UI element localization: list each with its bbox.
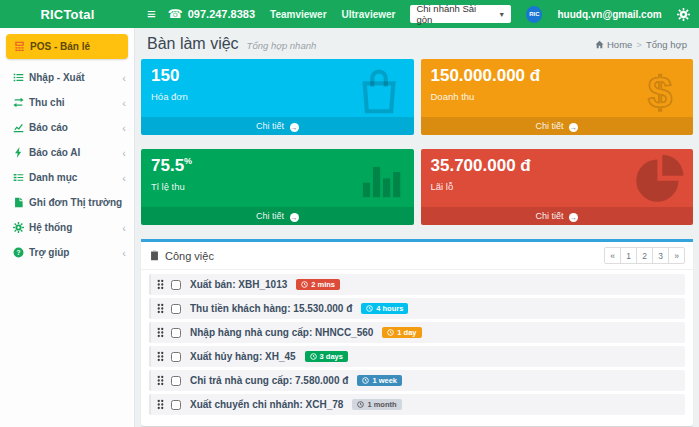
top-navbar: RICTotal ≡ ☎ 097.247.8383 Teamviewer Ult… [0, 0, 699, 28]
ultraviewer-link[interactable]: Ultraviewer [342, 9, 396, 20]
sidebar-item[interactable]: Thu chi ‹ [0, 90, 134, 115]
list-alt-icon [13, 172, 29, 183]
sidebar-item[interactable]: Báo cáo AI ‹ [0, 140, 134, 165]
tasks-panel-title: Công việc [149, 250, 214, 262]
tile-value: 150 [151, 66, 404, 86]
task-time-badge: 1 day [382, 327, 421, 339]
tile-label: Doanh thu [431, 91, 684, 102]
chevron-left-icon: ‹ [122, 74, 126, 82]
stat-tiles: 150 Hóa đơn Chi tiết → 150.000.000 đ Doa… [141, 59, 693, 225]
phone-icon: ☎ [168, 7, 183, 21]
arrow-circle-right-icon: → [290, 213, 299, 222]
sidebar-item[interactable]: Hệ thống ‹ [0, 215, 134, 240]
stat-tile: 75.5% Tỉ lệ thu Chi tiết → [141, 149, 414, 225]
stat-tile: 150 Hóa đơn Chi tiết → [141, 59, 414, 135]
task-checkbox[interactable] [171, 304, 181, 314]
task-time-badge: 4 hours [361, 303, 408, 315]
sidebar-item[interactable]: ? Trợ giúp ‹ [0, 240, 134, 265]
stat-tile: 150.000.000 đ Doanh thu $ Chi tiết → [421, 59, 694, 135]
avatar: RIC [526, 6, 542, 23]
pagination-button[interactable]: » [668, 247, 685, 264]
clock-icon [362, 377, 369, 384]
user-email[interactable]: huudq.vn@gmail.com [557, 9, 661, 20]
breadcrumb: Home > Tổng hợp [595, 39, 687, 50]
task-time-badge: 3 days [305, 351, 348, 363]
sidebar-item[interactable]: Báo cáo ‹ [0, 115, 134, 140]
task-row: Xuất hủy hàng: XH_45 3 days [149, 346, 685, 367]
chevron-left-icon: ‹ [122, 99, 126, 107]
sidebar-item-label: Báo cáo [29, 122, 68, 133]
chevron-left-icon: ‹ [122, 249, 126, 257]
task-checkbox[interactable] [171, 328, 181, 338]
chevron-down-icon: ▼ [498, 11, 505, 18]
pos-icon [14, 41, 30, 52]
task-title: Xuất bán: XBH_1013 [190, 279, 287, 290]
task-row: Xuất chuyển chi nhánh: XCH_78 1 month [149, 394, 685, 415]
stat-tile: 35.700.000 đ Lãi lỗ Chi tiết → [421, 149, 694, 225]
tile-label: Hóa đơn [151, 91, 404, 102]
task-checkbox[interactable] [171, 352, 181, 362]
tile-value: 35.700.000 đ [431, 156, 684, 176]
tile-label: Lãi lỗ [431, 181, 684, 192]
clock-icon [366, 305, 373, 312]
sidebar-item[interactable]: Ghi đơn Thị trường ‹ [0, 190, 134, 215]
task-row: Chi trả nhà cung cấp: 7.580.000 đ 1 week [149, 370, 685, 391]
clock-icon [310, 353, 317, 360]
tile-label: Tỉ lệ thu [151, 181, 404, 192]
pagination-button[interactable]: 3 [652, 247, 669, 264]
breadcrumb-home-link[interactable]: Home [595, 39, 632, 50]
main-content: Bàn làm việc Tổng hợp nhanh Home > Tổng … [135, 28, 699, 427]
drag-handle-icon[interactable] [157, 375, 164, 386]
help-icon: ? [13, 247, 29, 258]
task-checkbox[interactable] [171, 400, 181, 410]
branch-select[interactable]: Chi nhánh Sài gòn ▼ [410, 5, 511, 23]
tile-detail-link[interactable]: Chi tiết → [421, 207, 694, 225]
sidebar-item-label: Hệ thống [29, 222, 72, 233]
task-title: Nhập hàng nhà cung cấp: NHNCC_560 [190, 327, 373, 338]
brand-logo[interactable]: RICTotal [0, 7, 135, 22]
task-checkbox[interactable] [171, 280, 181, 290]
sidebar-item-label: Báo cáo AI [29, 147, 80, 158]
settings-cogs-icon[interactable] [677, 8, 690, 21]
teamviewer-link[interactable]: Teamviewer [270, 9, 327, 20]
drag-handle-icon[interactable] [157, 279, 164, 290]
arrow-circle-right-icon: → [569, 123, 578, 132]
sidebar-item[interactable]: Danh mục ‹ [0, 165, 134, 190]
exchange-icon [13, 97, 29, 108]
arrow-circle-right-icon: → [569, 213, 578, 222]
task-title: Xuất hủy hàng: XH_45 [190, 351, 296, 362]
chevron-left-icon: ‹ [122, 224, 126, 232]
chart-line-icon [13, 122, 29, 133]
task-time-badge: 1 week [357, 375, 402, 387]
home-icon [595, 40, 604, 49]
page-title: Bàn làm việc [147, 35, 239, 53]
drag-handle-icon[interactable] [157, 303, 164, 314]
sidebar-item-label: Ghi đơn Thị trường [29, 197, 122, 208]
sidebar-item[interactable]: POS - Bán lẻ ‹ [6, 34, 128, 59]
clock-icon [387, 329, 394, 336]
pagination-button[interactable]: « [604, 247, 621, 264]
task-title: Thu tiền khách hàng: 15.530.000 đ [190, 303, 352, 314]
sidebar-item-label: Nhập - Xuất [29, 72, 85, 83]
sidebar-item-label: POS - Bán lẻ [30, 41, 90, 52]
pagination-button[interactable]: 1 [620, 247, 637, 264]
pagination-button[interactable]: 2 [636, 247, 653, 264]
list-icon [13, 72, 29, 83]
tile-detail-link[interactable]: Chi tiết → [421, 117, 694, 135]
page-subtitle: Tổng hợp nhanh [247, 40, 317, 51]
sidebar-item-label: Trợ giúp [29, 247, 69, 258]
drag-handle-icon[interactable] [157, 351, 164, 362]
svg-text:?: ? [17, 249, 21, 256]
drag-handle-icon[interactable] [157, 327, 164, 338]
task-title: Chi trả nhà cung cấp: 7.580.000 đ [190, 375, 348, 386]
hamburger-menu-icon[interactable]: ≡ [135, 0, 168, 28]
tasks-pagination: «123» [605, 247, 685, 264]
sidebar-item[interactable]: Nhập - Xuất ‹ [0, 65, 134, 90]
tile-detail-link[interactable]: Chi tiết → [141, 117, 414, 135]
task-row: Xuất bán: XBH_1013 2 mins [149, 274, 685, 295]
task-row: Nhập hàng nhà cung cấp: NHNCC_560 1 day [149, 322, 685, 343]
task-checkbox[interactable] [171, 376, 181, 386]
tile-detail-link[interactable]: Chi tiết → [141, 207, 414, 225]
tile-value: 75.5% [151, 156, 404, 176]
drag-handle-icon[interactable] [157, 399, 164, 410]
